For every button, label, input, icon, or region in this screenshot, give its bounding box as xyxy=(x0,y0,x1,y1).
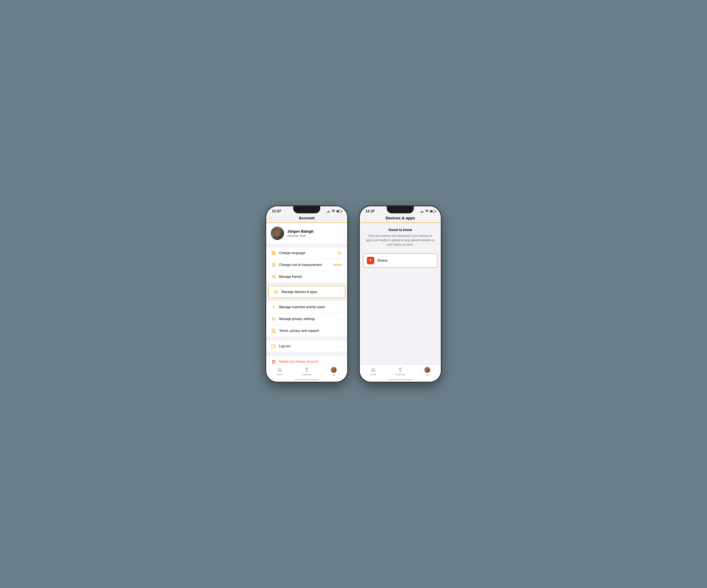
svg-point-0 xyxy=(272,251,275,255)
terms-chevron-icon: › xyxy=(341,329,343,333)
signal-icon-right xyxy=(420,210,424,212)
status-icons-right xyxy=(420,210,435,213)
home-tab-label-right: Home xyxy=(370,373,376,376)
svg-rect-11 xyxy=(274,291,277,292)
wifi-icon-right xyxy=(425,210,429,213)
back-button-right[interactable]: ‹ xyxy=(364,215,366,221)
delete-icon xyxy=(271,359,276,365)
status-icons xyxy=(327,210,341,213)
tab-challenge-right[interactable]: Challenge xyxy=(387,367,414,376)
signal-bar-3 xyxy=(329,211,329,212)
scroll-content[interactable]: Jörgen Balogh Sköndal, SWE xyxy=(266,223,347,365)
battery-icon xyxy=(336,210,341,212)
logout-icon xyxy=(271,343,276,349)
change-unit-label: Change unit of measurement xyxy=(279,263,333,267)
manage-devices-label: Manage devices & apps xyxy=(281,290,339,294)
logout-label: Log out xyxy=(279,344,341,348)
tab-challenge[interactable]: Challenge xyxy=(293,367,320,376)
challenge-tab-label: Challenge xyxy=(302,373,312,376)
svg-point-9 xyxy=(272,275,274,277)
activity-icon xyxy=(271,304,276,310)
signal-bar-1 xyxy=(327,212,327,212)
menu-item-privacy[interactable]: Manage privacy settings › xyxy=(266,313,347,325)
nav-header-right: ‹ Devices & apps xyxy=(360,214,441,222)
profile-section: Jörgen Balogh Sköndal, SWE xyxy=(266,223,347,244)
challenge-icon-right xyxy=(398,367,403,372)
activity-types-label: Manage imported activity types xyxy=(279,305,341,309)
language-value: En xyxy=(338,251,342,255)
terms-icon xyxy=(271,328,276,334)
home-icon xyxy=(277,367,282,372)
unit-value: km/m xyxy=(333,263,342,267)
delete-section: Delete you Heyey account › xyxy=(266,355,347,365)
tab-home[interactable]: Home xyxy=(266,367,293,376)
tab-you[interactable]: You xyxy=(320,367,347,376)
menu-item-terms[interactable]: Terms, privacy and support › xyxy=(266,325,347,337)
you-tab-label: You xyxy=(332,374,336,376)
right-phone-screen: 11:37 ‹ xyxy=(360,206,441,382)
logout-chevron-icon: › xyxy=(341,344,343,348)
signal-icon xyxy=(327,210,330,212)
good-to-know-title: Good to know xyxy=(366,228,435,232)
menu-item-delete[interactable]: Delete you Heyey account › xyxy=(266,356,347,365)
home-indicator-right xyxy=(388,379,413,380)
logout-section: Log out › xyxy=(266,340,347,352)
signal-bar-r3 xyxy=(422,211,423,212)
menu-item-logout[interactable]: Log out › xyxy=(266,340,347,352)
left-phone-screen: 11:37 ‹ xyxy=(266,206,347,382)
tab-you-right[interactable]: You xyxy=(414,367,441,376)
delete-label: Delete you Heyey account xyxy=(279,360,341,364)
battery-level-right xyxy=(431,211,433,212)
svg-point-10 xyxy=(274,276,275,277)
challenge-tab-label-right: Challenge xyxy=(395,373,405,376)
tab-bar-right: Home Challenge You xyxy=(360,365,441,382)
activity-chevron-icon: › xyxy=(341,305,343,309)
menu-item-manage-friends[interactable]: Manage friends › xyxy=(266,271,347,283)
home-icon-right xyxy=(371,367,376,372)
devices-chevron-icon: › xyxy=(339,290,340,294)
friends-chevron-icon: › xyxy=(341,275,343,279)
signal-bar-r1 xyxy=(420,212,421,212)
right-spacer xyxy=(360,270,441,333)
back-button[interactable]: ‹ xyxy=(270,215,272,221)
privacy-icon xyxy=(271,316,276,322)
change-language-label: Change language xyxy=(279,251,338,255)
menu-item-manage-devices[interactable]: Manage devices & apps › xyxy=(269,286,345,298)
signal-bar-4 xyxy=(330,211,330,212)
right-scroll-content[interactable]: Good to know Here you connect and discon… xyxy=(360,223,441,365)
home-indicator xyxy=(294,379,319,380)
manage-friends-label: Manage friends xyxy=(279,275,341,279)
good-to-know-section: Good to know Here you connect and discon… xyxy=(360,223,441,251)
unit-icon xyxy=(271,262,276,268)
svg-rect-27 xyxy=(272,344,274,348)
device-item-strava[interactable]: Strava › xyxy=(363,253,438,268)
avatar-image xyxy=(271,227,284,240)
friends-icon xyxy=(271,274,276,280)
svg-rect-12 xyxy=(277,291,278,293)
tab-home-right[interactable]: Home xyxy=(360,367,387,376)
menu-item-change-language[interactable]: Change language En xyxy=(266,247,347,259)
menu-item-change-unit[interactable]: Change unit of measurement km/m xyxy=(266,259,347,271)
page-title: Account xyxy=(299,216,314,220)
notch-right xyxy=(387,206,414,213)
menu-section-2: Manage imported activity types › xyxy=(266,301,347,337)
signal-bar-2 xyxy=(328,211,328,212)
good-to-know-description: Here you connect and disconnect your dev… xyxy=(366,234,435,247)
battery-level xyxy=(337,211,339,212)
notch xyxy=(293,206,320,213)
svg-point-1 xyxy=(273,251,275,255)
devices-icon xyxy=(273,289,279,295)
avatar xyxy=(271,227,284,240)
you-avatar-right xyxy=(425,367,430,373)
profile-info: Jörgen Balogh Sköndal, SWE xyxy=(288,229,343,237)
menu-item-activity-types[interactable]: Manage imported activity types › xyxy=(266,301,347,313)
you-avatar-image xyxy=(331,367,337,373)
privacy-label: Manage privacy settings xyxy=(279,317,341,321)
you-tab-label-right: You xyxy=(426,374,429,376)
delete-chevron-icon: › xyxy=(341,359,343,364)
privacy-chevron-icon: › xyxy=(341,317,343,321)
nav-header: ‹ Account xyxy=(266,214,347,222)
challenge-icon xyxy=(304,367,309,372)
right-phone: 11:37 ‹ xyxy=(360,206,441,382)
menu-item-manage-devices-wrapper: Manage devices & apps › xyxy=(268,286,345,298)
